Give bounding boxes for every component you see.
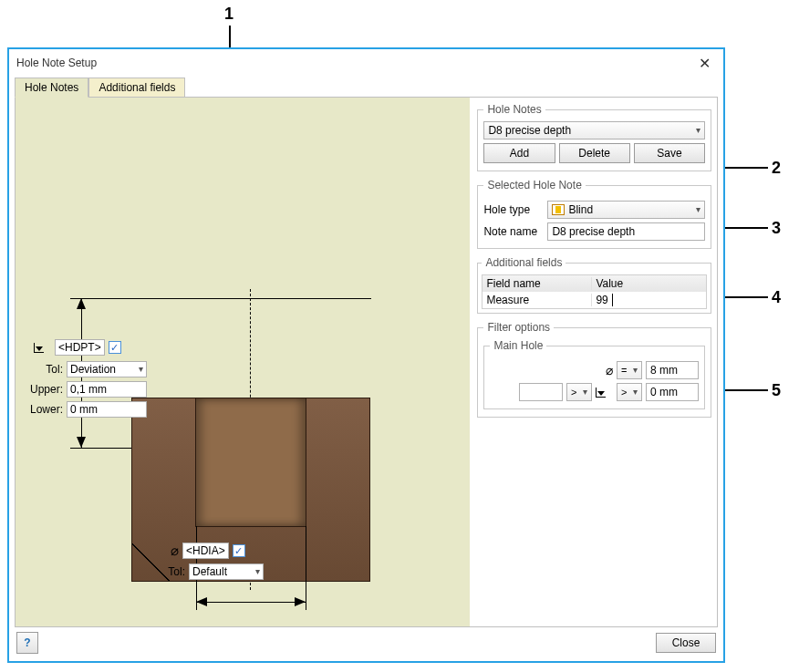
callout-1: 1 xyxy=(224,5,233,24)
chevron-down-icon: ▾ xyxy=(139,360,143,378)
callout-4: 4 xyxy=(772,288,781,307)
callout-5-line xyxy=(724,389,768,391)
dialog-title: Hole Note Setup xyxy=(16,57,693,69)
note-name-field[interactable]: D8 precise depth xyxy=(547,222,705,241)
hdpt-row: <HDPT> ✓ xyxy=(34,339,121,356)
right-panel: Hole Notes D8 precise depth ▾ Add Delete… xyxy=(470,98,717,626)
upper-row: Upper: 0,1 mm xyxy=(16,381,147,398)
dialog-window: Hole Note Setup ✕ Hole Notes Additional … xyxy=(7,47,725,663)
hdpt-value: <HDPT> xyxy=(58,341,101,354)
af-col-fieldname: Field name xyxy=(483,277,592,290)
tol2-row: Tol: Default ▾ xyxy=(141,563,264,580)
delete-button[interactable]: Delete xyxy=(559,143,630,163)
tol-mode-combo[interactable]: Deviation ▾ xyxy=(67,361,147,377)
diam-value-field[interactable]: 8 mm xyxy=(646,361,699,379)
additional-fields-table: Field name Value Measure 99 xyxy=(482,274,707,309)
tabpage: <HDPT> ✓ Tol: Deviation ▾ Upper: 0,1 mm … xyxy=(15,97,718,627)
arrow-left xyxy=(196,597,207,606)
tol2-mode-value: Default xyxy=(192,563,227,581)
depth-value-field[interactable]: 0 mm xyxy=(646,383,699,401)
filter-diameter-row: ⌀ = ▾ 8 mm xyxy=(490,361,699,379)
note-select-value: D8 precise depth xyxy=(488,121,571,140)
dim-bot-ext xyxy=(70,448,132,449)
callout-5: 5 xyxy=(772,381,781,400)
hole-type-label: Hole type xyxy=(483,203,542,216)
lower-field[interactable]: 0 mm xyxy=(67,401,147,418)
bore-section xyxy=(196,398,306,526)
af-cell-name: Measure xyxy=(483,294,592,306)
hdia-field[interactable]: <HDIA> xyxy=(182,543,229,559)
hdia-row: ⌀ <HDIA> ✓ xyxy=(171,543,245,559)
chevron-down-icon: ▾ xyxy=(583,383,587,401)
hdia-value: <HDIA> xyxy=(186,544,225,557)
tol2-label: Tol: xyxy=(141,565,189,578)
hole-type-combo[interactable]: Blind ▾ xyxy=(547,201,705,219)
af-data-row[interactable]: Measure 99 xyxy=(483,292,706,308)
dim-dia-line xyxy=(196,602,306,603)
hdpt-field[interactable]: <HDPT> xyxy=(55,339,105,356)
upper-value: 0,1 mm xyxy=(70,380,107,398)
add-button[interactable]: Add xyxy=(483,143,555,163)
tol2-mode-combo[interactable]: Default ▾ xyxy=(189,563,264,580)
group-additional-fields: Additional fields Field name Value Measu… xyxy=(477,256,711,314)
diam-value: 8 mm xyxy=(650,361,678,379)
diam-op-value: = xyxy=(621,361,627,379)
save-button[interactable]: Save xyxy=(634,143,705,163)
help-button[interactable]: ? xyxy=(16,632,38,654)
arrow-up xyxy=(77,298,86,309)
tol-mode-value: Deviation xyxy=(70,360,116,378)
dim-dia-ext-r xyxy=(306,526,306,610)
tab-additional-fields[interactable]: Additional fields xyxy=(88,78,185,98)
tol-row: Tol: Deviation ▾ xyxy=(16,361,147,377)
upper-field[interactable]: 0,1 mm xyxy=(67,381,147,398)
lower-value: 0 mm xyxy=(70,400,98,419)
tab-hole-notes[interactable]: Hole Notes xyxy=(15,78,88,98)
diameter-symbol-icon: ⌀ xyxy=(606,363,613,377)
group-filter-options: Filter options Main Hole ⌀ = ▾ 8 mm xyxy=(477,321,711,418)
filter-depth-row: > ▾ > ▾ 0 mm xyxy=(490,383,699,401)
group-hole-notes: Hole Notes D8 precise depth ▾ Add Delete… xyxy=(477,103,711,171)
chevron-down-icon: ▾ xyxy=(633,361,638,379)
dialog-footer: ? Close xyxy=(16,630,716,656)
preview-panel: <HDPT> ✓ Tol: Deviation ▾ Upper: 0,1 mm … xyxy=(16,98,470,626)
blind-hole-icon xyxy=(552,204,565,215)
callout-2: 2 xyxy=(772,159,781,178)
group-main-hole-legend: Main Hole xyxy=(490,339,546,352)
hdpt-enable-checkbox[interactable]: ✓ xyxy=(109,341,121,354)
depth-secondary-field[interactable] xyxy=(519,383,563,401)
group-filter-options-legend: Filter options xyxy=(483,321,554,334)
group-hole-notes-legend: Hole Notes xyxy=(483,103,545,116)
group-main-hole: Main Hole ⌀ = ▾ 8 mm xyxy=(483,339,705,409)
close-icon[interactable]: ✕ xyxy=(693,55,716,72)
af-col-value: Value xyxy=(592,277,706,290)
arrow-down xyxy=(77,437,86,448)
chevron-down-icon: ▾ xyxy=(633,383,638,401)
callout-4-line xyxy=(724,296,768,298)
chevron-down-icon: ▾ xyxy=(255,563,260,581)
diameter-symbol-icon: ⌀ xyxy=(171,543,179,559)
chevron-down-icon: ▾ xyxy=(696,201,700,219)
depth-op-combo[interactable]: > ▾ xyxy=(617,383,642,401)
hdia-enable-checkbox[interactable]: ✓ xyxy=(233,544,245,557)
diam-op-combo[interactable]: = ▾ xyxy=(617,361,642,379)
group-selected-note-legend: Selected Hole Note xyxy=(483,179,585,191)
op-gt-1: > xyxy=(571,383,576,401)
close-button[interactable]: Close xyxy=(656,633,716,653)
lower-label: Lower: xyxy=(16,403,67,416)
callout-3-line xyxy=(724,227,768,229)
chevron-down-icon: ▾ xyxy=(696,121,700,140)
af-cell-value: 99 xyxy=(592,294,706,306)
depth-secondary-op[interactable]: > ▾ xyxy=(566,383,592,401)
depth-symbol-icon xyxy=(34,341,51,354)
note-name-label: Note name xyxy=(483,225,542,238)
dim-top-ext xyxy=(70,298,371,299)
group-selected-note: Selected Hole Note Hole type Blind ▾ Not… xyxy=(477,179,711,249)
af-header-row: Field name Value xyxy=(483,275,706,292)
lower-row: Lower: 0 mm xyxy=(16,401,147,418)
hole-type-value: Blind xyxy=(568,201,593,219)
note-select-combo[interactable]: D8 precise depth ▾ xyxy=(483,121,705,140)
titlebar: Hole Note Setup ✕ xyxy=(9,49,723,77)
tol-label: Tol: xyxy=(16,363,67,376)
arrow-right xyxy=(295,597,306,606)
callout-3: 3 xyxy=(772,219,781,238)
